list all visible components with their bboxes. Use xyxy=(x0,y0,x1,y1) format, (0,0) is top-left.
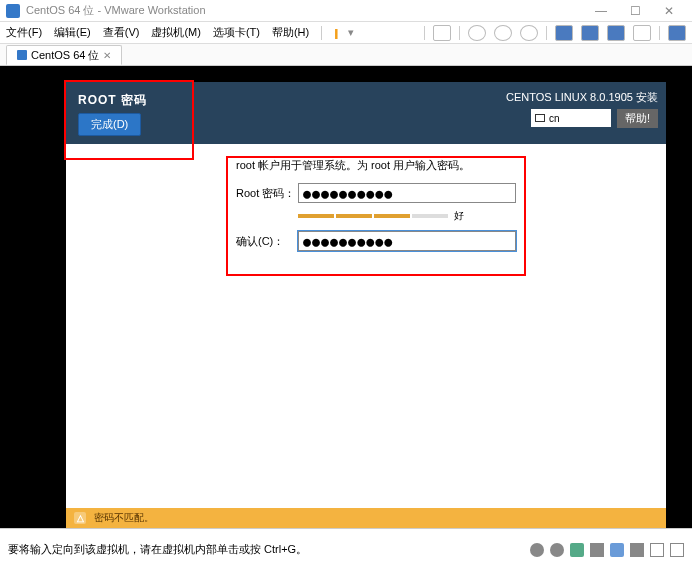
confirm-label: 确认(C)： xyxy=(236,234,298,249)
separator xyxy=(424,26,425,40)
pause-button[interactable]: || xyxy=(334,27,336,39)
display-icon[interactable] xyxy=(650,543,664,557)
fullscreen-icon[interactable] xyxy=(668,25,686,41)
printer-icon[interactable] xyxy=(610,543,624,557)
window-titlebar: CentOS 64 位 - VMware Workstation — ☐ ✕ xyxy=(0,0,692,22)
view-mode1-icon[interactable] xyxy=(555,25,573,41)
strength-seg xyxy=(374,214,410,218)
vm-tab[interactable]: CentOS 64 位 ✕ xyxy=(6,45,122,65)
view-mode2-icon[interactable] xyxy=(581,25,599,41)
warning-bar: △ 密码不匹配。 xyxy=(66,508,666,528)
separator xyxy=(546,26,547,40)
language-label: cn xyxy=(549,113,560,124)
password-label: Root 密码： xyxy=(236,186,298,201)
confirm-input[interactable] xyxy=(298,231,516,251)
separator xyxy=(459,26,460,40)
installer-header: ROOT 密码 完成(D) CENTOS LINUX 8.0.1905 安装 c… xyxy=(66,82,666,144)
sound-icon[interactable] xyxy=(630,543,644,557)
strength-label: 好 xyxy=(454,209,464,223)
tab-label: CentOS 64 位 xyxy=(31,48,99,63)
warning-text: 密码不匹配。 xyxy=(94,511,154,525)
snapshot-icon[interactable] xyxy=(433,25,451,41)
close-window-button[interactable]: ✕ xyxy=(652,4,686,18)
strength-seg xyxy=(412,214,448,218)
manage-icon[interactable] xyxy=(520,25,538,41)
language-select[interactable]: cn xyxy=(531,109,611,127)
version-label: CENTOS LINUX 8.0.1905 安装 xyxy=(506,90,658,105)
separator xyxy=(659,26,660,40)
warning-icon: △ xyxy=(74,512,86,524)
instruction-text: root 帐户用于管理系统。为 root 用户输入密码。 xyxy=(236,158,516,173)
strength-seg xyxy=(336,214,372,218)
network-icon[interactable] xyxy=(570,543,584,557)
menu-edit[interactable]: 编辑(E) xyxy=(54,25,91,40)
separator xyxy=(321,26,322,40)
menu-help[interactable]: 帮助(H) xyxy=(272,25,309,40)
dropdown-icon[interactable]: ▾ xyxy=(348,26,354,39)
page-title: ROOT 密码 xyxy=(78,92,147,109)
cdrom-icon[interactable] xyxy=(550,543,564,557)
password-input[interactable] xyxy=(298,183,516,203)
tabstrip: CentOS 64 位 ✕ xyxy=(0,44,692,66)
vmware-statusbar: 要将输入定向到该虚拟机，请在虚拟机内部单击或按 Ctrl+G。 xyxy=(0,528,692,570)
view-mode3-icon[interactable] xyxy=(607,25,625,41)
revert-icon[interactable] xyxy=(494,25,512,41)
help-button[interactable]: 帮助! xyxy=(617,109,658,128)
menu-tabs[interactable]: 选项卡(T) xyxy=(213,25,260,40)
vm-icon xyxy=(17,50,27,60)
menubar: 文件(F) 编辑(E) 查看(V) 虚拟机(M) 选项卡(T) 帮助(H) ||… xyxy=(0,22,692,44)
done-button[interactable]: 完成(D) xyxy=(78,113,141,136)
strength-meter: 好 xyxy=(298,209,516,223)
app-icon xyxy=(6,4,20,18)
clock-icon[interactable] xyxy=(468,25,486,41)
menu-view[interactable]: 查看(V) xyxy=(103,25,140,40)
maximize-button[interactable]: ☐ xyxy=(618,4,652,18)
vm-screen[interactable]: ROOT 密码 完成(D) CENTOS LINUX 8.0.1905 安装 c… xyxy=(0,66,692,528)
harddisk-icon[interactable] xyxy=(530,543,544,557)
expand-icon[interactable] xyxy=(670,543,684,557)
keyboard-icon xyxy=(535,114,545,122)
installer-window: ROOT 密码 完成(D) CENTOS LINUX 8.0.1905 安装 c… xyxy=(66,82,666,528)
strength-seg xyxy=(298,214,334,218)
status-hint: 要将输入定向到该虚拟机，请在虚拟机内部单击或按 Ctrl+G。 xyxy=(8,542,530,557)
password-form: root 帐户用于管理系统。为 root 用户输入密码。 Root 密码： 好 … xyxy=(236,158,516,257)
menu-file[interactable]: 文件(F) xyxy=(6,25,42,40)
window-title: CentOS 64 位 - VMware Workstation xyxy=(26,3,584,18)
tab-close-button[interactable]: ✕ xyxy=(103,50,111,61)
minimize-button[interactable]: — xyxy=(584,4,618,18)
menu-vm[interactable]: 虚拟机(M) xyxy=(151,25,201,40)
usb-icon[interactable] xyxy=(590,543,604,557)
view-mode4-icon[interactable] xyxy=(633,25,651,41)
